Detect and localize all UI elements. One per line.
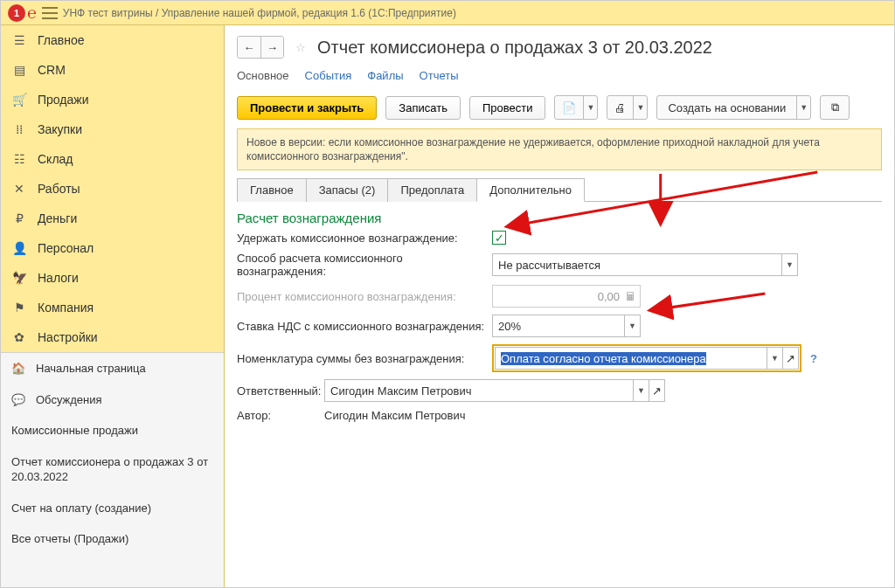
doc-sub-tabs: Основное События Файлы Отчеты bbox=[225, 64, 894, 92]
post-and-close-button[interactable]: Провести и закрыть bbox=[237, 96, 377, 120]
tab-prepay[interactable]: Предоплата bbox=[387, 178, 477, 202]
help-icon[interactable]: ? bbox=[810, 352, 817, 365]
doc-title: Отчет комиссионера о продажах 3 от 20.03… bbox=[317, 38, 712, 58]
nav-label: Налоги bbox=[38, 271, 79, 285]
nav-label: Деньги bbox=[38, 211, 77, 225]
calc-icon: 🖩 bbox=[625, 290, 636, 303]
nav-label: Работы bbox=[38, 182, 80, 196]
caret-down-icon[interactable]: ▼ bbox=[767, 348, 782, 369]
sidebar-start-page[interactable]: 🏠 Начальная страница bbox=[1, 353, 224, 384]
nav-label: Продажи bbox=[38, 93, 88, 107]
person-icon: 👤 bbox=[11, 241, 27, 255]
nav-sales[interactable]: 🛒 Продажи bbox=[1, 85, 224, 114]
nav-forward-button[interactable]: → bbox=[260, 37, 283, 58]
subtab-reports[interactable]: Отчеты bbox=[420, 69, 459, 83]
document-icon: 📄 bbox=[562, 101, 576, 114]
row-percent: Процент комиссионного вознаграждения: 0,… bbox=[237, 285, 882, 308]
label-responsible: Ответственный: bbox=[237, 384, 324, 398]
nav-crm[interactable]: ▤ CRM bbox=[1, 55, 224, 85]
sidebar-open-windows: 🏠 Начальная страница 💬 Обсуждения Комисс… bbox=[1, 352, 224, 587]
create-based-button[interactable]: Создать на основании ▼ bbox=[656, 95, 811, 120]
open-icon[interactable]: ↗ bbox=[782, 348, 798, 369]
nav-purchases[interactable]: ⁞⁞ Закупки bbox=[1, 114, 224, 144]
input-percent: 0,00 🖩 bbox=[492, 285, 641, 308]
sidebar-invoice[interactable]: Счет на оплату (создание) bbox=[1, 493, 224, 524]
save-button[interactable]: Записать bbox=[385, 96, 461, 120]
ruble-icon: ₽ bbox=[11, 211, 27, 225]
row-nomenclature: Номенклатура суммы без вознаграждения: О… bbox=[237, 344, 882, 372]
caret-down-icon[interactable]: ▼ bbox=[624, 315, 640, 336]
section-title: Расчет вознаграждения bbox=[237, 211, 882, 225]
nav-money[interactable]: ₽ Деньги bbox=[1, 204, 224, 233]
caret-down-icon[interactable]: ▼ bbox=[633, 380, 649, 401]
select-calc-method[interactable]: Не рассчитывается ▼ bbox=[492, 253, 798, 276]
nav-personnel[interactable]: 👤 Персонал bbox=[1, 233, 224, 263]
form-body: Расчет вознаграждения Удержать комиссион… bbox=[225, 202, 894, 438]
nav-arrows: ← → bbox=[237, 36, 284, 59]
cart-icon: 🛒 bbox=[11, 93, 27, 107]
tab-main[interactable]: Главное bbox=[237, 178, 307, 202]
sidebar-discussions[interactable]: 💬 Обсуждения bbox=[1, 384, 224, 416]
home-icon: 🏠 bbox=[11, 361, 25, 377]
author-value: Сигодин Максим Петрович bbox=[324, 409, 466, 422]
nav-label: Настройки bbox=[38, 330, 98, 344]
doc-header: ← → ☆ Отчет комиссионера о продажах 3 от… bbox=[225, 25, 894, 64]
sidebar-all-reports[interactable]: Все отчеты (Продажи) bbox=[1, 523, 224, 555]
app-window: 1 ℮ УНФ тест витрины / Управление нашей … bbox=[0, 0, 895, 588]
print-split-button[interactable]: 🖨 ▼ bbox=[607, 95, 648, 120]
form-tabs: Главное Запасы (2) Предоплата Дополнител… bbox=[237, 177, 882, 202]
structure-icon: ⧉ bbox=[831, 100, 839, 114]
crm-icon: ▤ bbox=[11, 63, 27, 77]
titlebar: 1 ℮ УНФ тест витрины / Управление нашей … bbox=[1, 1, 894, 25]
toolbar: Провести и закрыть Записать Провести 📄 ▼… bbox=[225, 92, 894, 128]
select-vat-rate[interactable]: 20% ▼ bbox=[492, 315, 641, 337]
eagle-icon: 🦅 bbox=[11, 271, 27, 285]
select-nomenclature[interactable]: Оплата согласно отчета комиссионера ▼ ↗ bbox=[495, 347, 799, 370]
label-nomenclature: Номенклатура суммы без вознаграждения: bbox=[237, 352, 492, 365]
row-author: Автор: Сигодин Максим Петрович bbox=[237, 409, 882, 422]
row-responsible: Ответственный: Сигодин Максим Петрович ▼… bbox=[237, 379, 882, 402]
subtab-main[interactable]: Основное bbox=[237, 69, 289, 83]
tab-extra[interactable]: Дополнительно bbox=[476, 178, 585, 202]
tab-stock[interactable]: Запасы (2) bbox=[306, 178, 389, 202]
caret-down-icon[interactable]: ▼ bbox=[781, 254, 797, 275]
gear-icon: ✿ bbox=[11, 330, 27, 344]
open-icon[interactable]: ↗ bbox=[649, 380, 664, 401]
row-vat: Ставка НДС с комиссионного вознаграждени… bbox=[237, 315, 882, 337]
nav-company[interactable]: ⚑ Компания bbox=[1, 293, 224, 322]
logo-1c: 1 ℮ bbox=[8, 4, 37, 22]
main: ← → ☆ Отчет комиссионера о продажах 3 от… bbox=[225, 25, 894, 587]
tools-icon: ✕ bbox=[11, 182, 27, 196]
label-hold-commission: Удержать комиссионное вознаграждение: bbox=[237, 232, 492, 245]
subtab-events[interactable]: События bbox=[305, 69, 352, 83]
sidebar-commission-sales[interactable]: Комиссионные продажи bbox=[1, 415, 224, 446]
hamburger-icon[interactable] bbox=[42, 7, 58, 19]
nav-settings[interactable]: ✿ Настройки bbox=[1, 322, 224, 352]
label-percent: Процент комиссионного вознаграждения: bbox=[237, 290, 492, 303]
title-text: УНФ тест витрины / Управление нашей фирм… bbox=[63, 7, 456, 19]
nav-taxes[interactable]: 🦅 Налоги bbox=[1, 263, 224, 293]
structure-button[interactable]: ⧉ bbox=[820, 95, 850, 120]
flag-icon: ⚑ bbox=[11, 301, 27, 315]
label-vat: Ставка НДС с комиссионного вознаграждени… bbox=[237, 320, 492, 333]
caret-down-icon: ▼ bbox=[636, 103, 644, 112]
sidebar-commission-report[interactable]: Отчет комиссионера о продажах 3 от 20.03… bbox=[1, 446, 224, 493]
checkbox-hold-commission[interactable]: ✓ bbox=[492, 231, 506, 245]
nav-label: Закупки bbox=[38, 122, 82, 136]
label-calc-method: Способ расчета комиссионного вознагражде… bbox=[237, 252, 492, 278]
report-split-button[interactable]: 📄 ▼ bbox=[554, 95, 598, 120]
nav-back-button[interactable]: ← bbox=[238, 37, 260, 58]
post-button[interactable]: Провести bbox=[469, 96, 546, 120]
nav-works[interactable]: ✕ Работы bbox=[1, 174, 224, 204]
caret-down-icon: ▼ bbox=[800, 103, 808, 112]
subtab-files[interactable]: Файлы bbox=[367, 69, 403, 83]
caret-down-icon: ▼ bbox=[586, 103, 594, 112]
nav-warehouse[interactable]: ☷ Склад bbox=[1, 144, 224, 174]
nav-home[interactable]: ☰ Главное bbox=[1, 25, 224, 55]
nav-label: Персонал bbox=[38, 241, 94, 255]
select-responsible[interactable]: Сигодин Максим Петрович ▼ ↗ bbox=[324, 379, 665, 402]
printer-icon: 🖨 bbox=[614, 101, 626, 114]
version-alert: Новое в версии: если комиссионное вознаг… bbox=[237, 128, 882, 170]
menu-icon: ☰ bbox=[11, 33, 27, 47]
favorite-star-icon[interactable]: ☆ bbox=[291, 38, 310, 57]
